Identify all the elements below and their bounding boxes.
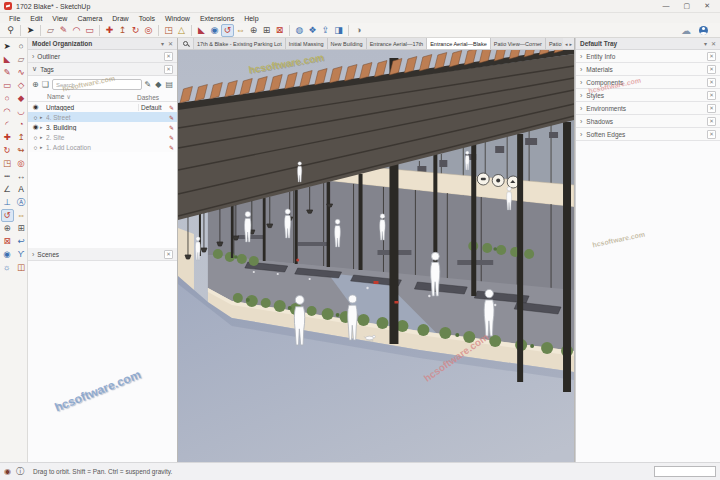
move-tool-icon[interactable]: ✚ [103,24,116,37]
scene-tab[interactable]: 17th & Blake - Existing Parking Lot [194,38,286,49]
name-column-header[interactable]: Name [47,93,64,100]
pin-icon[interactable]: ▾ [704,40,707,47]
scene-tab[interactable]: Patio View—Corner [491,38,546,49]
line-tool-icon[interactable]: ✎ [1,66,14,79]
close-icon[interactable]: ✕ [164,250,173,259]
edit-pencil-icon[interactable]: ✎ [166,124,174,131]
visibility-eye-icon[interactable]: ○ [31,144,40,151]
tag-row-site[interactable]: ○ ▸ 2. Site ✎ [28,132,177,142]
move-tool-icon[interactable]: ✚ [1,131,14,144]
add-tag-icon[interactable]: ⊕ [32,80,39,89]
zoom-tool-icon[interactable]: ⊕ [1,222,14,235]
axes-tool-icon[interactable]: △ [175,24,188,37]
close-icon[interactable]: ✕ [707,104,716,113]
pan-tool-icon[interactable]: ⇔ [234,24,247,37]
scene-search-button[interactable] [178,38,194,49]
push-pull-tool-icon[interactable]: ↥ [116,24,129,37]
tray-item[interactable]: › Environments ✕ [576,102,720,115]
scene-tab[interactable]: Patio View—17th [546,38,563,49]
dimension-tool-icon[interactable]: ↔ [15,170,28,183]
tray-item[interactable]: › Components ✕ [576,76,720,89]
tray-item[interactable]: › Entity Info ✕ [576,50,720,63]
dashes-column-header[interactable]: Dashes [137,94,173,101]
outliner-section-header[interactable]: › Outliner ✕ [28,50,177,63]
menu-item[interactable]: Edit [25,15,47,22]
polygon-tool-icon[interactable]: ◆ [15,92,28,105]
tabs-scroll-left-button[interactable]: ◂ [565,41,568,47]
section-plane-tool-icon[interactable]: ◫ [15,261,28,274]
edit-pencil-icon[interactable]: ✎ [166,114,174,121]
menu-item[interactable]: Extensions [195,15,239,22]
geolocation-icon[interactable]: ◉ [4,467,11,476]
toolbar-separator[interactable] [191,25,192,36]
zoom-tool-icon[interactable]: ⊕ [247,24,260,37]
scene-tab[interactable]: Entrance Aerial—17th [367,38,428,49]
visibility-eye-icon[interactable]: ◉ [31,103,40,111]
share-model-icon[interactable]: ⇪ [319,24,332,37]
zoom-window-tool-icon[interactable]: ⊞ [15,222,28,235]
close-icon[interactable]: ✕ [711,40,716,47]
walk-tool-icon[interactable]: ϒ [15,248,28,261]
toolbar-separator[interactable] [289,25,290,36]
scene-tab[interactable]: Entrance Aerial—Blake [427,38,491,49]
push-pull-tool-icon[interactable]: ↥ [15,131,28,144]
menu-item[interactable]: File [4,15,25,22]
eraser-tool-icon[interactable]: ▱ [44,24,57,37]
measurements-input[interactable] [654,466,716,477]
rotate-tool-icon[interactable]: ↻ [1,144,14,157]
paint-bucket-tool-icon[interactable]: ◣ [1,53,14,66]
tray-item[interactable]: › Materials ✕ [576,63,720,76]
3d-warehouse-icon[interactable]: ◍ [293,24,306,37]
visibility-eye-icon[interactable]: ◉ [31,123,40,131]
details-icon[interactable]: ▤ [165,80,173,89]
freehand-tool-icon[interactable]: ∿ [15,66,28,79]
look-around-tool-icon[interactable]: ☼ [1,261,14,274]
two-point-arc-tool-icon[interactable]: ◡ [15,105,28,118]
close-icon[interactable]: ✕ [164,65,173,74]
position-camera-tool-icon[interactable]: ◉ [208,24,221,37]
circle-tool-icon[interactable]: ○ [1,92,14,105]
toolbar-separator[interactable] [40,25,41,36]
close-icon[interactable]: ✕ [707,52,716,61]
minimize-button[interactable]: — [663,2,670,10]
rotated-rectangle-tool-icon[interactable]: ◇ [15,79,28,92]
zoom-window-tool-icon[interactable]: ⊞ [260,24,273,37]
cloud-icon[interactable]: ☁ [681,25,691,36]
paint-bucket-tool-icon[interactable]: ◣ [195,24,208,37]
dashes-value[interactable]: Default [138,104,166,111]
extension-warehouse-icon[interactable]: ❖ [306,24,319,37]
maximize-button[interactable]: ▢ [684,2,691,10]
three-point-arc-tool-icon[interactable]: ◜ [1,118,14,131]
select-tool-icon[interactable]: ➤ [24,24,37,37]
tabs-scroll-right-button[interactable]: ▸ [569,41,572,47]
close-icon[interactable]: ✕ [707,78,716,87]
follow-me-tool-icon[interactable]: ↬ [15,144,28,157]
styles-dropdown-icon[interactable]: ◑ [352,24,365,37]
position-camera-tool-icon[interactable]: ◉ [1,248,14,261]
toolbar-separator[interactable] [158,25,159,36]
tags-search-input[interactable] [52,79,142,90]
zoom-extents-tool-icon[interactable]: ⊠ [1,235,14,248]
scene-tab[interactable]: Initial Massing [286,38,328,49]
toolbar-separator[interactable] [99,25,100,36]
previous-view-icon[interactable]: ↩ [15,235,28,248]
offset-tool-icon[interactable]: ◎ [142,24,155,37]
eraser-tool-icon[interactable]: ▱ [15,53,28,66]
text-tool-icon[interactable]: A [15,183,28,196]
tag-row-add-location[interactable]: ○ ▸ 1. Add Location ✎ [28,142,177,152]
toolbar-separator[interactable] [20,25,21,36]
scene-tab[interactable]: New Building [328,38,367,49]
model-3d-view[interactable] [178,50,574,462]
toolbar-separator[interactable] [348,25,349,36]
lasso-tool-icon[interactable]: ○ [15,40,28,53]
select-tool-icon[interactable]: ➤ [1,40,14,53]
scale-tool-icon[interactable]: ◳ [162,24,175,37]
tray-item[interactable]: › Soften Edges ✕ [576,128,720,141]
pin-icon[interactable]: ▾ [161,40,164,47]
menu-item[interactable]: Tools [134,15,160,22]
offset-tool-icon[interactable]: ◎ [15,157,28,170]
zoom-extents-tool-icon[interactable]: ⊠ [273,24,286,37]
close-icon[interactable]: ✕ [707,130,716,139]
3d-text-tool-icon[interactable]: Ⓐ [15,196,28,209]
line-tool-icon[interactable]: ✎ [57,24,70,37]
